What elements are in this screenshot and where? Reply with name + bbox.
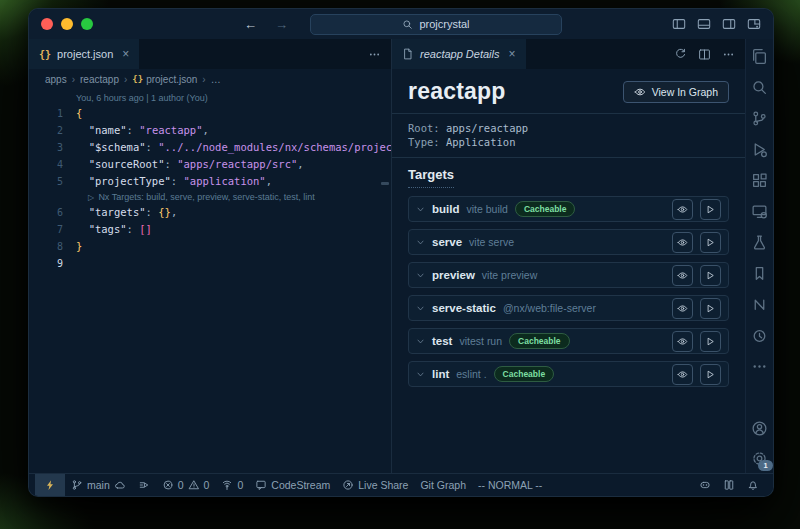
activity-bookmarks[interactable]	[751, 265, 768, 282]
code-line[interactable]: 7 "tags": []	[29, 221, 391, 238]
layout-bottom-button[interactable]	[697, 17, 711, 31]
run-target-button[interactable]	[700, 331, 721, 352]
code-line[interactable]: 4 "sourceRoot": "apps/reactapp/src",	[29, 156, 391, 173]
run-target-button[interactable]	[700, 265, 721, 286]
status-live-share[interactable]: Live Share	[336, 474, 414, 496]
chevron-down-icon[interactable]	[416, 370, 425, 379]
refresh-button[interactable]	[674, 48, 687, 61]
view-target-button[interactable]	[672, 199, 693, 220]
target-name: preview	[432, 269, 475, 281]
activity-run-debug[interactable]	[751, 141, 768, 158]
activity-source-control[interactable]	[751, 110, 768, 127]
json-icon: {}	[132, 74, 143, 84]
activity-remote-explorer[interactable]	[751, 203, 768, 220]
minimize-window-button[interactable]	[61, 18, 73, 30]
breadcrumb-item[interactable]: reactapp	[80, 74, 119, 85]
status-problems[interactable]: 00	[156, 474, 216, 496]
code-text: "tags": []	[76, 221, 152, 238]
status-codestream[interactable]: CodeStream	[249, 474, 336, 496]
status-notifications[interactable]	[741, 474, 765, 496]
pages-icon	[723, 479, 735, 491]
code-line[interactable]: 9	[29, 255, 391, 272]
code-line[interactable]: 5 "projectType": "application",	[29, 173, 391, 190]
status-bar-right	[693, 474, 765, 496]
split-button[interactable]	[698, 48, 711, 61]
editor-actions-left	[358, 39, 391, 69]
code-line[interactable]: 3 "$schema": "../../node_modules/nx/sche…	[29, 139, 391, 156]
chevron-down-icon[interactable]	[416, 271, 425, 280]
activity-search[interactable]	[751, 79, 768, 96]
status-git-branch[interactable]: main	[65, 474, 132, 496]
activity-explorer[interactable]	[751, 48, 768, 65]
forward-button[interactable]: →	[271, 17, 292, 32]
view-in-graph-button[interactable]: View In Graph	[623, 81, 729, 103]
codelens-line[interactable]: ▷ Nx Targets: build, serve, preview, ser…	[29, 190, 391, 204]
status-copilot[interactable]	[693, 474, 717, 496]
activity-testing[interactable]	[751, 234, 768, 251]
tab-bar-left: {} project.json ×	[29, 39, 391, 69]
project-header: reactapp View In Graph	[408, 78, 729, 105]
editor-group-right: reactapp Details × reactapp View In Grap…	[392, 39, 746, 473]
command-center: ← → projcrystal	[29, 9, 773, 39]
layout-right-button[interactable]	[722, 17, 736, 31]
status-git-graph[interactable]: Git Graph	[414, 474, 472, 496]
activity-timeline[interactable]	[751, 327, 768, 344]
code-text: "sourceRoot": "apps/reactapp/src",	[76, 156, 304, 173]
status-formatter[interactable]	[717, 474, 741, 496]
code-text: "$schema": "../../node_modules/nx/schema…	[76, 139, 391, 156]
targets-list: buildvite buildCacheableservevite servep…	[408, 196, 729, 387]
breadcrumb-item[interactable]: apps	[45, 74, 67, 85]
chevron-down-icon[interactable]	[416, 238, 425, 247]
status-vim-mode[interactable]: -- NORMAL --	[472, 474, 548, 496]
view-target-button[interactable]	[672, 364, 693, 385]
view-target-button[interactable]	[672, 265, 693, 286]
layout-customize-button[interactable]	[747, 17, 761, 31]
code-line[interactable]: 8}	[29, 238, 391, 255]
divider	[392, 157, 745, 158]
code-line[interactable]: 6 "targets": {},	[29, 204, 391, 221]
ellipsis-button[interactable]	[722, 48, 735, 61]
close-tab-icon[interactable]: ×	[509, 47, 516, 61]
run-target-button[interactable]	[700, 364, 721, 385]
layout-left-button[interactable]	[672, 17, 686, 31]
codelens-line[interactable]: You, 6 hours ago | 1 author (You)	[29, 91, 391, 105]
close-window-button[interactable]	[41, 18, 53, 30]
back-button[interactable]: ←	[240, 17, 261, 32]
search-box[interactable]: projcrystal	[310, 14, 562, 35]
code-editor[interactable]: You, 6 hours ago | 1 author (You)1{2 "na…	[29, 89, 391, 473]
view-target-button[interactable]	[672, 298, 693, 319]
activity-nx-console[interactable]	[751, 296, 768, 313]
activity-more-views[interactable]	[751, 358, 768, 375]
workbench: {} project.json × apps›reactapp›{}projec…	[29, 39, 773, 473]
chevron-down-icon[interactable]	[416, 205, 425, 214]
run-target-button[interactable]	[700, 298, 721, 319]
run-target-button[interactable]	[700, 199, 721, 220]
target-row: previewvite preview	[408, 262, 729, 288]
status-run-task[interactable]	[132, 474, 156, 496]
view-target-button[interactable]	[672, 232, 693, 253]
activity-extensions[interactable]	[751, 172, 768, 189]
maximize-window-button[interactable]	[81, 18, 93, 30]
close-tab-icon[interactable]: ×	[122, 47, 129, 61]
chevron-down-icon[interactable]	[416, 304, 425, 313]
line-number: 5	[29, 173, 76, 190]
code-text: }	[76, 238, 87, 255]
line-number: 7	[29, 221, 76, 238]
run-target-button[interactable]	[700, 232, 721, 253]
tab-project-json[interactable]: {} project.json ×	[29, 39, 139, 69]
status-remote-indicator[interactable]	[35, 474, 65, 496]
code-line[interactable]: 1{	[29, 105, 391, 122]
search-text: projcrystal	[419, 18, 469, 30]
view-target-button[interactable]	[672, 331, 693, 352]
scrollbar-thumb[interactable]	[381, 182, 389, 185]
breadcrumb-item[interactable]: {}project.json	[132, 74, 197, 85]
activity-accounts[interactable]	[751, 420, 768, 437]
code-line[interactable]: 2 "name": "reactapp",	[29, 122, 391, 139]
ellipsis-button[interactable]	[368, 48, 381, 61]
breadcrumb-item[interactable]: …	[211, 74, 221, 85]
activity-settings[interactable]: 1	[751, 450, 768, 467]
breadcrumb-separator: ›	[124, 74, 127, 85]
status-ports[interactable]: 0	[215, 474, 249, 496]
tab-reactapp-details[interactable]: reactapp Details ×	[392, 39, 526, 69]
chevron-down-icon[interactable]	[416, 337, 425, 346]
